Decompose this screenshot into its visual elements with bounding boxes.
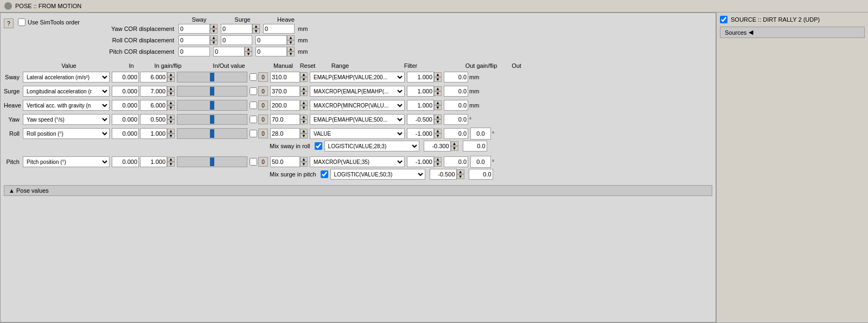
heave-filter-select[interactable]: MAXCROP(MINCROP(VALU... bbox=[310, 100, 405, 111]
sway-range-down[interactable]: ▼ bbox=[300, 77, 308, 82]
heave-gain-down[interactable]: ▼ bbox=[167, 105, 175, 110]
yaw-filter-select[interactable]: EMALP(EMAHP(VALUE;500... bbox=[310, 114, 405, 125]
sway-outgain-up[interactable]: ▲ bbox=[434, 72, 442, 77]
heave-value-select[interactable]: Vertical acc. with gravity (n bbox=[23, 100, 110, 111]
pitch-outgain-down[interactable]: ▼ bbox=[434, 162, 442, 167]
pitch-gain-down[interactable]: ▼ bbox=[167, 162, 175, 167]
roll-cor-surge-input[interactable] bbox=[221, 35, 252, 45]
yaw-in-value[interactable] bbox=[112, 114, 139, 125]
surge-in-value[interactable] bbox=[112, 86, 139, 97]
sway-out-input[interactable] bbox=[444, 72, 468, 83]
roll-gain-up[interactable]: ▲ bbox=[167, 129, 175, 134]
roll-filter-select[interactable]: VALUE bbox=[310, 128, 405, 139]
yaw-cor-surge-down[interactable]: ▼ bbox=[252, 29, 260, 34]
sway-gain-input[interactable] bbox=[140, 72, 167, 83]
heave-in-value[interactable] bbox=[112, 100, 139, 111]
pitch-in-value[interactable] bbox=[112, 156, 139, 167]
roll-manual-check[interactable] bbox=[250, 130, 257, 137]
mix-sway-roll-out[interactable] bbox=[463, 141, 487, 151]
pitch-reset-btn[interactable]: 0 bbox=[258, 157, 268, 167]
surge-range-up[interactable]: ▲ bbox=[300, 86, 308, 91]
mix-sway-roll-check[interactable] bbox=[315, 142, 322, 150]
mix-sway-roll-filter[interactable]: LOGISTIC(VALUE;28;3) bbox=[324, 141, 419, 151]
roll-cor-sway-input[interactable] bbox=[178, 35, 210, 45]
roll-gain-down[interactable]: ▼ bbox=[167, 134, 175, 138]
sway-manual-check[interactable] bbox=[250, 73, 257, 81]
roll-cor-sway-up[interactable]: ▲ bbox=[210, 35, 218, 40]
sway-reset-btn[interactable]: 0 bbox=[258, 72, 268, 82]
roll-slider[interactable] bbox=[177, 128, 247, 139]
yaw-cor-surge-input[interactable] bbox=[221, 24, 252, 34]
roll-cor-heave-down[interactable]: ▼ bbox=[287, 40, 295, 45]
pitch-gain-up[interactable]: ▲ bbox=[167, 157, 175, 162]
sway-outgain-down[interactable]: ▼ bbox=[434, 77, 442, 82]
pitch-cor-sway-input[interactable] bbox=[178, 47, 210, 56]
pitch-manual-check[interactable] bbox=[250, 158, 257, 166]
surge-gain-input[interactable] bbox=[140, 86, 167, 97]
sway-filter-select[interactable]: EMALP(EMAHP(VALUE;200... bbox=[310, 72, 405, 83]
roll-value-select[interactable]: Roll position (°) bbox=[23, 128, 110, 139]
yaw-outgain-down[interactable]: ▼ bbox=[434, 119, 442, 124]
heave-outgain-down[interactable]: ▼ bbox=[434, 105, 442, 110]
sway-value-select[interactable]: Lateral acceleration (m/s²) bbox=[23, 72, 110, 83]
yaw-value-select[interactable]: Yaw speed (°/s) bbox=[23, 114, 110, 125]
roll-outgain-input[interactable] bbox=[407, 128, 434, 139]
yaw-manual-check[interactable] bbox=[250, 116, 257, 123]
surge-outgain-down[interactable]: ▼ bbox=[434, 91, 442, 96]
roll-range-input[interactable] bbox=[270, 128, 300, 139]
surge-filter-select[interactable]: MAXCROP(EMALP(EMAHP(... bbox=[310, 86, 405, 97]
roll-range-up[interactable]: ▲ bbox=[300, 129, 308, 134]
help-button[interactable]: ? bbox=[4, 18, 14, 28]
roll-range-down[interactable]: ▼ bbox=[300, 134, 308, 138]
pitch-out-input[interactable] bbox=[444, 156, 468, 167]
pitch-value-select[interactable]: Pitch position (°) bbox=[23, 156, 110, 167]
yaw-gain-up[interactable]: ▲ bbox=[167, 115, 175, 119]
yaw-cor-surge-up[interactable]: ▲ bbox=[252, 24, 260, 29]
pitch-outgain-up[interactable]: ▲ bbox=[434, 157, 442, 162]
heave-gain-input[interactable] bbox=[140, 100, 167, 111]
surge-value-select[interactable]: Longitudinal acceleration (r bbox=[23, 86, 110, 97]
yaw-cor-sway-up[interactable]: ▲ bbox=[210, 24, 218, 29]
yaw-outgain-input[interactable] bbox=[407, 114, 434, 125]
pose-values-bar[interactable]: ▲ Pose values bbox=[4, 185, 712, 196]
mix-surge-pitch-outgain-down[interactable]: ▼ bbox=[457, 174, 464, 179]
source-checkbox[interactable] bbox=[720, 16, 727, 23]
mix-surge-pitch-filter[interactable]: LOGISTIC(VALUE;50;3) bbox=[330, 169, 425, 180]
mix-surge-pitch-check[interactable] bbox=[321, 170, 328, 178]
yaw-out-input[interactable] bbox=[444, 114, 468, 125]
pitch-range-down[interactable]: ▼ bbox=[300, 162, 308, 167]
pitch-filter-select[interactable]: MAXCROP(VALUE;35) bbox=[310, 156, 405, 167]
yaw-range-up[interactable]: ▲ bbox=[300, 115, 308, 119]
roll-in-value[interactable] bbox=[112, 128, 139, 139]
yaw-cor-sway-down[interactable]: ▼ bbox=[210, 29, 218, 34]
mix-sway-roll-outgain-down[interactable]: ▼ bbox=[451, 146, 458, 151]
surge-outgain-input[interactable] bbox=[407, 86, 434, 97]
mix-surge-pitch-out[interactable] bbox=[469, 169, 493, 180]
roll-outgain-down[interactable]: ▼ bbox=[434, 134, 442, 138]
heave-out-input[interactable] bbox=[444, 100, 468, 111]
surge-slider[interactable] bbox=[177, 86, 247, 97]
heave-slider[interactable] bbox=[177, 100, 247, 111]
sway-slider[interactable] bbox=[177, 72, 247, 83]
surge-range-input[interactable] bbox=[270, 86, 300, 97]
roll-cor-sway-down[interactable]: ▼ bbox=[210, 40, 218, 45]
pitch-outgain-input[interactable] bbox=[407, 156, 434, 167]
roll-reset-btn[interactable]: 0 bbox=[258, 129, 268, 138]
pitch-cor-surge-input[interactable] bbox=[213, 47, 245, 56]
yaw-cor-sway-input[interactable] bbox=[178, 24, 210, 34]
heave-reset-btn[interactable]: 0 bbox=[258, 100, 268, 110]
sway-in-value[interactable] bbox=[112, 72, 139, 83]
surge-gain-down[interactable]: ▼ bbox=[167, 91, 175, 96]
roll-cor-heave-input[interactable] bbox=[256, 35, 287, 45]
heave-outgain-up[interactable]: ▲ bbox=[434, 100, 442, 105]
surge-range-down[interactable]: ▼ bbox=[300, 91, 308, 96]
sway-range-up[interactable]: ▲ bbox=[300, 72, 308, 77]
pitch-cor-surge-up[interactable]: ▲ bbox=[245, 47, 252, 52]
surge-out-input[interactable] bbox=[444, 86, 468, 97]
mix-sway-roll-outgain[interactable] bbox=[424, 141, 451, 151]
roll-gain-input[interactable] bbox=[140, 128, 167, 139]
heave-gain-up[interactable]: ▲ bbox=[167, 100, 175, 105]
heave-manual-check[interactable] bbox=[250, 102, 257, 109]
pitch-cor-surge-down[interactable]: ▼ bbox=[245, 52, 252, 56]
sway-gain-up[interactable]: ▲ bbox=[167, 72, 175, 77]
